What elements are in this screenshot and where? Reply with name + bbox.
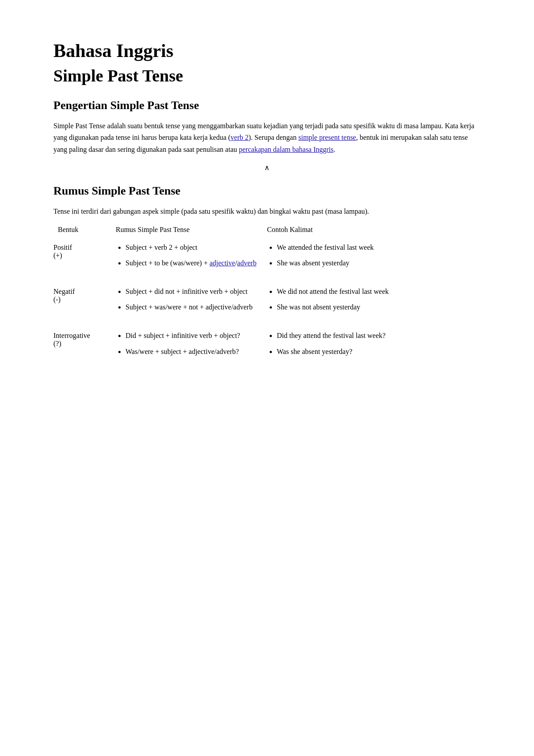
label-interrogative: Interrogative(?) (53, 330, 111, 348)
formula-positif-1: Subject + verb 2 + object (125, 242, 258, 253)
para-text-2: ). Serupa dengan (249, 134, 299, 141)
formula-col-interrogative: Did + subject + infinitive verb + object… (111, 330, 263, 357)
example-interrogative-2: Was she absent yesterday? (277, 346, 476, 358)
example-col-negatif: We did not attend the festival last week… (263, 286, 481, 313)
section2-heading: Rumus Simple Past Tense (53, 184, 481, 198)
sub-title: Simple Past Tense (53, 66, 481, 85)
formula-positif-2: Subject + to be (was/were) + adjective/a… (125, 257, 258, 269)
table-header-row: Bentuk Rumus Simple Past Tense Contoh Ka… (53, 226, 481, 234)
col-header-bentuk: Bentuk (53, 226, 111, 234)
example-interrogative-1: Did they attend the festival last week? (277, 330, 476, 341)
col-header-contoh: Contoh Kalimat (263, 226, 481, 234)
divider-symbol: ∧ (53, 163, 481, 172)
simple-present-tense-link[interactable]: simple present tense (298, 134, 356, 141)
example-list-positif: We attended the festival last week She w… (267, 242, 476, 269)
example-negatif-2: She was not absent yesterday (277, 301, 476, 313)
percakapan-link[interactable]: percakapan dalam bahasa Inggris (239, 146, 334, 153)
table-row-negatif: Negatif(-) Subject + did not + infinitiv… (53, 286, 481, 313)
section1-heading: Pengertian Simple Past Tense (53, 99, 481, 112)
formula-list-interrogative: Did + subject + infinitive verb + object… (116, 330, 258, 357)
label-positif: Positif(+) (53, 242, 111, 260)
verb2-link[interactable]: verb 2 (231, 134, 248, 141)
adjective-link-positif[interactable]: adjective (210, 259, 235, 267)
example-list-interrogative: Did they attend the festival last week? … (267, 330, 476, 357)
formula-negatif-1: Subject + did not + infinitive verb + ob… (125, 286, 258, 297)
table-row-positif: Positif(+) Subject + verb 2 + object Sub… (53, 242, 481, 269)
section2-intro: Tense ini terdiri dari gabungan aspek si… (53, 206, 481, 217)
formula-interrogative-2: Was/were + subject + adjective/adverb? (125, 346, 258, 358)
formula-list-negatif: Subject + did not + infinitive verb + ob… (116, 286, 258, 313)
example-col-positif: We attended the festival last week She w… (263, 242, 481, 269)
example-positif-1: We attended the festival last week (277, 242, 476, 253)
adverb-link-positif[interactable]: adverb (237, 259, 257, 267)
rumus-table: Bentuk Rumus Simple Past Tense Contoh Ka… (53, 226, 481, 358)
label-negatif: Negatif(-) (53, 286, 111, 304)
example-positif-2: She was absent yesterday (277, 257, 476, 269)
formula-interrogative-1: Did + subject + infinitive verb + object… (125, 330, 258, 341)
formula-col-negatif: Subject + did not + infinitive verb + ob… (111, 286, 263, 313)
formula-negatif-2: Subject + was/were + not + adjective/adv… (125, 301, 258, 313)
main-title: Bahasa Inggris (53, 40, 481, 61)
para-text-4: . (334, 146, 336, 153)
col-header-rumus: Rumus Simple Past Tense (111, 226, 263, 234)
formula-col-positif: Subject + verb 2 + object Subject + to b… (111, 242, 263, 269)
formula-list-positif: Subject + verb 2 + object Subject + to b… (116, 242, 258, 269)
example-negatif-1: We did not attend the festival last week (277, 286, 476, 297)
example-list-negatif: We did not attend the festival last week… (267, 286, 476, 313)
table-row-interrogative: Interrogative(?) Did + subject + infinit… (53, 330, 481, 357)
example-col-interrogative: Did they attend the festival last week? … (263, 330, 481, 357)
section1-paragraph: Simple Past Tense adalah suatu bentuk te… (53, 120, 481, 155)
